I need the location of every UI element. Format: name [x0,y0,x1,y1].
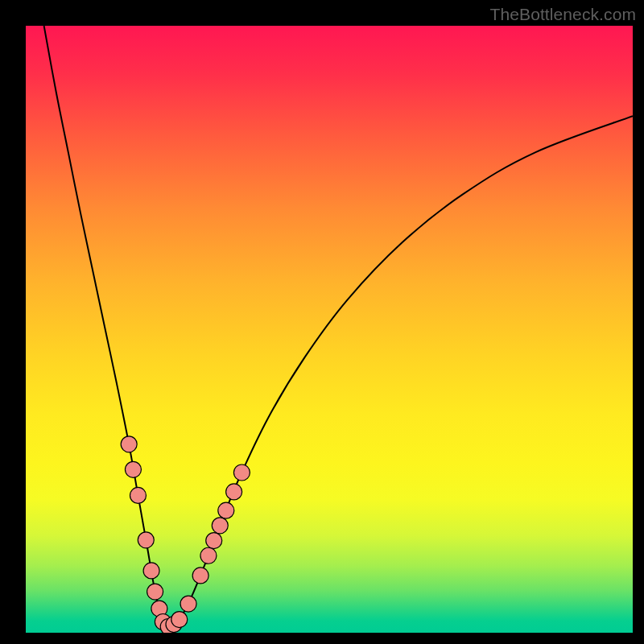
bead-point [233,464,250,481]
bead-point [147,584,163,600]
bead-point [121,436,137,452]
bead-point [125,461,141,477]
bead-point [226,484,242,500]
curve-right-branch [168,116,633,626]
bead-point [200,547,217,564]
bead-point [180,596,196,612]
bead-point [206,533,222,549]
bottleneck-curve-svg [26,26,633,633]
bead-point [212,518,228,534]
bead-point [218,502,234,518]
bead-point [138,532,154,548]
bead-group [121,436,250,633]
bead-point [130,487,146,503]
watermark-text: TheBottleneck.com [490,5,636,24]
bead-point [171,612,188,628]
bead-point [192,568,208,584]
bead-point [143,563,159,579]
